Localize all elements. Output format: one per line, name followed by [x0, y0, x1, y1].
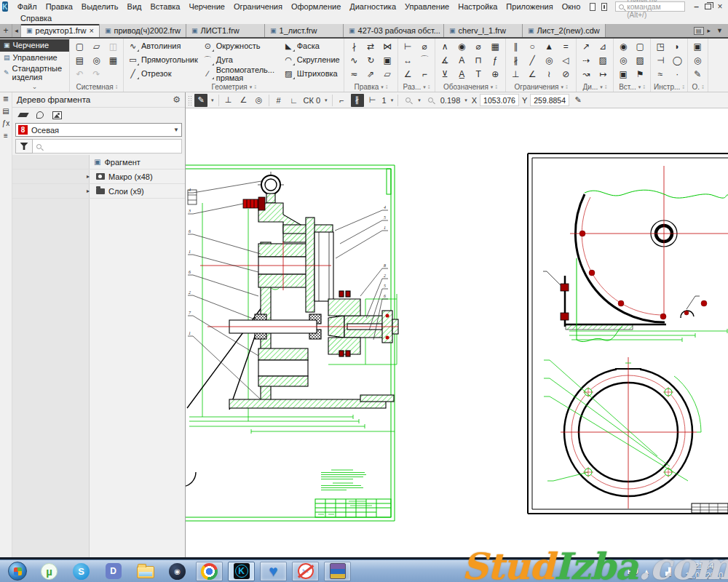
parallel-icon[interactable]: ∥ [507, 40, 524, 53]
menu-item[interactable]: Оформление [287, 1, 345, 12]
datum-icon[interactable]: ∡ [437, 54, 454, 67]
print-icon[interactable]: ▤ [71, 54, 88, 67]
halfdisk-tool-icon[interactable]: ◗ [669, 40, 686, 53]
current-style-combo[interactable]: 8 Осевая ▼ [15, 123, 182, 137]
clipboard-tool-icon[interactable]: ◳ [652, 40, 669, 53]
insert-layout-icon[interactable]: ▢ [632, 40, 649, 53]
group-expand-icon[interactable]: ▾ [491, 84, 494, 90]
command-search-input[interactable]: Поиск по командам (Alt+/) [615, 1, 685, 12]
rectangle-button[interactable]: ▭ Прямоугольник [125, 55, 200, 65]
group-expand-icon[interactable]: ▾ [381, 84, 384, 90]
area-icon[interactable]: ▨ [595, 54, 612, 67]
menu-item[interactable]: Выделить [77, 1, 123, 12]
filter-button[interactable] [15, 139, 33, 154]
symmetry-icon[interactable]: ≀ [541, 68, 558, 81]
document-tab[interactable]: cherv_l_1.frw × [444, 24, 523, 37]
group-grip-icon[interactable]: ⁞⁞ [643, 84, 644, 89]
radial-dimension-icon[interactable]: ⌒ [416, 54, 433, 67]
category-cherchenie[interactable]: ▣ Черчение [0, 39, 69, 52]
zoom-tool-icon[interactable] [401, 94, 414, 107]
menu-item[interactable]: Черчение [184, 1, 229, 12]
categories-collapse-chevron[interactable]: ⌄ [0, 83, 69, 92]
group-expand-icon[interactable]: ▾ [561, 84, 563, 90]
explorer-icon[interactable] [132, 562, 159, 581]
zoom-tool-dropdown-icon[interactable]: ▾ [416, 97, 422, 103]
dot-tool-icon[interactable]: · [669, 68, 686, 81]
mirror-constraint-icon[interactable]: ◁ [558, 54, 574, 67]
local-fragment-icon[interactable]: ▨ [632, 54, 649, 67]
arc-dimension-icon[interactable]: ⌐ [416, 68, 433, 81]
document-tab[interactable]: ЛИСТ1.frw × [186, 24, 265, 37]
grid-toggle-icon[interactable]: # [272, 94, 285, 107]
endpoint-tool-icon[interactable]: ⊣ [652, 54, 669, 67]
drawing-canvas[interactable]: 4 3 6 1 6 2 7 1 4 5 1 8 2 5 6 [186, 108, 728, 557]
group-grip-icon[interactable]: ⁞⁞ [682, 84, 684, 89]
angular-dimension-icon[interactable]: ∠ [400, 68, 416, 81]
style-dropdown-icon[interactable]: ▾ [210, 97, 215, 103]
layers-filter-icon[interactable] [17, 113, 28, 117]
y-coordinate-field[interactable]: 259.8854 [530, 94, 569, 106]
hatch-button[interactable]: ▨ Штриховка [281, 69, 342, 79]
copy-icon[interactable]: ▣ [379, 54, 396, 67]
measure-angle-icon[interactable]: ⊿ [595, 40, 612, 53]
menu-item[interactable]: Вставка [146, 1, 185, 12]
network-icon[interactable]: ▟ [665, 567, 671, 575]
trim-curve-icon[interactable]: ∤ [346, 40, 363, 53]
split-curve-icon[interactable]: ∿ [346, 54, 363, 67]
tree-search-input[interactable] [33, 139, 182, 154]
heart-app-icon[interactable]: ♥ [260, 562, 287, 581]
tree-item-layers[interactable]: ▸ Слои (x9) [12, 184, 185, 199]
ortho-mode-icon[interactable]: ⌐ [336, 94, 349, 107]
preview-icon[interactable]: ◎ [88, 54, 105, 67]
diameter-dimension-icon[interactable]: ⌀ [416, 40, 433, 53]
tangent-icon[interactable]: ○ [524, 40, 541, 53]
volume-icon[interactable]: ◀ [676, 567, 681, 575]
steam-icon[interactable]: ◉ [164, 562, 191, 581]
tab-pin-button[interactable]: ▼ [714, 27, 725, 34]
collinear-icon[interactable]: ∦ [507, 54, 524, 67]
chamfer-button[interactable]: ◣ Фаска [281, 41, 342, 52]
block-icon[interactable]: ⊘ [558, 68, 574, 81]
taskbar-clock[interactable]: 21:34 11.03.2020 [685, 562, 726, 581]
chrome-icon[interactable] [196, 562, 223, 581]
menu-item[interactable]: Управление [400, 1, 454, 12]
equidistant-icon[interactable]: ≂ [346, 68, 363, 81]
tree-view-icon[interactable]: ≣ [3, 95, 9, 103]
draw-tool-icon[interactable]: ✎ [689, 68, 706, 81]
group-grip-icon[interactable]: ⁞⁞ [605, 84, 606, 89]
category-standard-parts[interactable]: ✎ Стандартные изделия [0, 64, 69, 82]
rounding-toggle-button[interactable]: ∦ [351, 94, 364, 107]
snap-point-icon[interactable]: ◎ [253, 94, 266, 107]
skype-icon[interactable]: S [68, 562, 95, 581]
menu-item[interactable]: Вид [123, 1, 146, 12]
image-objects-icon[interactable] [52, 111, 62, 119]
group-grip-icon[interactable]: ⁞⁞ [254, 84, 256, 89]
sheet-tool-icon[interactable]: ▣ [689, 40, 706, 53]
equal-icon[interactable]: = [558, 40, 574, 53]
document-tab[interactable]: редуктор1.frw × [21, 24, 100, 37]
tab-scroll-left-button[interactable]: ◂ [12, 24, 21, 37]
insert-picture-icon[interactable]: ▣ [615, 68, 632, 81]
insert-view-icon[interactable]: ◎ [615, 54, 632, 67]
redo-icon[interactable]: ↷ [88, 68, 105, 81]
new-file-icon[interactable]: ▢ [71, 40, 88, 53]
expand-arrow-icon[interactable]: ▸ [87, 173, 92, 180]
action-center-icon[interactable]: ⚐ [654, 567, 661, 575]
cs-dropdown-icon[interactable]: ▾ [323, 97, 329, 103]
variables-view-icon[interactable]: ƒx [2, 120, 10, 127]
auxiliary-line-button[interactable]: ∕ Вспомогатель... прямая [200, 66, 281, 82]
angle-constraint-icon[interactable]: ∠ [524, 68, 541, 81]
new-tab-button[interactable]: + [0, 24, 12, 37]
gear-icon[interactable]: ⚙ [173, 95, 181, 105]
tab-list-button[interactable]: ▤ [694, 27, 704, 35]
menu-item[interactable]: Диагностика [345, 1, 400, 12]
tree-item-fragment[interactable]: ▣ Фрагмент [12, 155, 185, 170]
technical-requirements-icon[interactable]: ƒ [487, 54, 504, 67]
measure-distance-icon[interactable]: ↗ [578, 40, 595, 53]
mirror-icon[interactable]: ⋈ [379, 40, 396, 53]
toolbar-drag-handle[interactable] [188, 95, 192, 105]
group-grip-icon[interactable]: ⁞⁞ [386, 84, 387, 89]
circle-button[interactable]: ⊙ Окружность [200, 41, 281, 52]
deform-icon[interactable]: ▱ [379, 68, 396, 81]
base-designation-icon[interactable]: A [454, 54, 470, 67]
